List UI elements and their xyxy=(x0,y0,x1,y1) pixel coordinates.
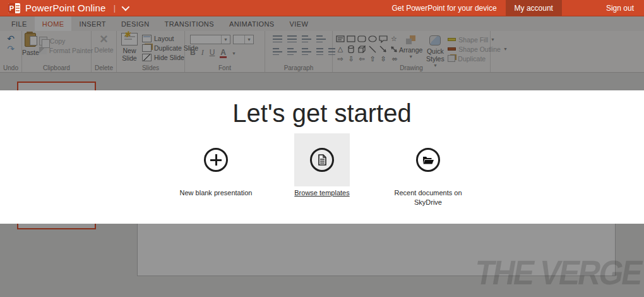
left-arrow-icon[interactable]: ⇦ xyxy=(357,54,367,64)
up-down-arrow-icon[interactable]: ⇳ xyxy=(378,54,388,64)
arrange-icon xyxy=(406,35,415,44)
app-top-bar: P PowerPoint Online | Get PowerPoint for… xyxy=(0,0,644,16)
slide-canvas[interactable] xyxy=(137,224,616,276)
group-drawing: ☆ △ ⇨ ⇩ ⇦ ⇧ ⇳ ⇳ Arrange ▼ xyxy=(333,31,491,72)
align-center-icon[interactable] xyxy=(287,48,297,55)
font-color-button[interactable]: A xyxy=(220,48,226,57)
copy-button[interactable]: Copy xyxy=(39,37,93,45)
option-new-blank-presentation[interactable]: New blank presentation xyxy=(163,133,269,207)
delete-button[interactable]: × Delete xyxy=(92,33,116,54)
paste-clipboard-icon xyxy=(25,33,36,47)
quick-styles-button[interactable]: Quick Styles ▼ xyxy=(422,33,448,68)
template-document-icon xyxy=(310,148,334,172)
cube-icon[interactable] xyxy=(357,44,367,54)
align-left-icon[interactable] xyxy=(273,48,282,55)
ribbon-tab-bar: FILE HOME INSERT DESIGN TRANSITIONS ANIM… xyxy=(0,16,644,31)
new-slide-button[interactable]: ✱ New Slide xyxy=(117,33,142,62)
new-slide-icon: ✱ xyxy=(121,33,138,45)
ribbon-home: ↶ ↷ Undo Paste Copy Format Pai xyxy=(0,31,644,73)
group-label: Clipboard xyxy=(22,64,91,71)
option-browse-templates[interactable]: Browse templates xyxy=(269,133,375,207)
arrow-line-icon[interactable] xyxy=(378,44,388,54)
chevron-down-icon: ▼ xyxy=(408,54,413,59)
duplicate-icon xyxy=(448,55,455,62)
chevron-down-icon: ▼ xyxy=(244,35,253,44)
chevron-down-icon[interactable] xyxy=(122,3,130,11)
chevron-down-icon: ▼ xyxy=(221,35,230,44)
copy-icon xyxy=(39,37,47,45)
delete-x-icon: × xyxy=(100,33,108,45)
group-clipboard: Paste Copy Format Painter Clipboard xyxy=(22,31,92,72)
rectangle-icon[interactable] xyxy=(346,34,356,44)
duplicate-slide-icon xyxy=(142,44,152,52)
star-icon[interactable]: ☆ xyxy=(389,34,399,44)
text-direction-ltr-icon[interactable] xyxy=(316,48,323,55)
tab-file[interactable]: FILE xyxy=(4,16,35,31)
bold-button[interactable]: B xyxy=(190,48,196,57)
group-delete: × Delete Delete xyxy=(92,31,117,72)
double-arrow-line-icon[interactable] xyxy=(389,44,399,54)
ribbon-spacer xyxy=(491,31,644,72)
undo-icon[interactable]: ↶ xyxy=(7,35,15,42)
right-arrow-icon[interactable]: ⇨ xyxy=(335,54,345,64)
rounded-rectangle-icon[interactable] xyxy=(357,34,367,44)
tab-animations[interactable]: ANIMATIONS xyxy=(222,16,282,31)
font-size-select[interactable]: ▼ xyxy=(233,35,254,44)
callout-icon[interactable] xyxy=(378,34,388,44)
open-folder-icon xyxy=(416,148,440,172)
get-powerpoint-link[interactable]: Get PowerPoint for your device xyxy=(383,0,506,16)
text-box-icon[interactable] xyxy=(335,34,345,44)
tab-design[interactable]: DESIGN xyxy=(114,16,157,31)
bullets-icon[interactable] xyxy=(273,35,282,42)
group-undo: ↶ ↷ Undo xyxy=(0,31,22,72)
option-recent-documents-skydrive[interactable]: Recent documents on SkyDrive xyxy=(375,133,481,207)
title-divider: | xyxy=(114,3,116,13)
numbering-icon[interactable] xyxy=(287,35,297,42)
down-arrow-icon[interactable]: ⇩ xyxy=(346,54,356,64)
cylinder-icon[interactable] xyxy=(346,44,356,54)
font-name-select[interactable]: ▼ xyxy=(190,35,230,44)
group-paragraph: Paragraph xyxy=(265,31,333,72)
shape-outline-icon xyxy=(448,47,456,51)
group-label: Font xyxy=(185,64,265,71)
triangle-icon[interactable]: △ xyxy=(335,44,345,54)
group-slides: ✱ New Slide Layout Duplicate Slide xyxy=(117,31,185,72)
group-label: Paragraph xyxy=(265,64,332,71)
underline-button[interactable]: U xyxy=(210,48,215,57)
chevron-down-icon[interactable]: ▼ xyxy=(232,51,236,56)
increase-indent-icon[interactable] xyxy=(316,35,326,42)
decrease-indent-icon[interactable] xyxy=(302,35,311,42)
get-started-title: Let's get started xyxy=(0,90,644,128)
hide-slide-icon xyxy=(142,54,152,61)
app-brand: P PowerPoint Online | xyxy=(0,3,128,13)
group-label: Slides xyxy=(117,64,184,71)
oval-icon[interactable] xyxy=(367,34,378,44)
get-started-panel: Let's get started New blank presentation xyxy=(0,90,644,224)
redo-icon[interactable]: ↷ xyxy=(7,45,15,52)
tab-insert[interactable]: INSERT xyxy=(71,16,114,31)
italic-button[interactable]: I xyxy=(201,48,204,58)
shape-gallery: ☆ △ ⇨ ⇩ ⇦ ⇧ ⇳ ⇳ xyxy=(335,33,399,64)
up-arrow-icon[interactable]: ⇧ xyxy=(367,54,378,64)
tab-view[interactable]: VIEW xyxy=(282,16,316,31)
new-presentation-plus-icon xyxy=(204,148,228,172)
sign-out-link[interactable]: Sign out xyxy=(597,0,644,16)
group-label: Undo xyxy=(0,64,21,71)
left-right-arrow-icon[interactable]: ⇳ xyxy=(390,54,399,64)
powerpoint-logo-icon: P xyxy=(8,3,20,13)
quick-styles-icon xyxy=(429,35,441,45)
group-label: Delete xyxy=(92,64,116,71)
shape-fill-icon xyxy=(448,38,456,41)
browse-templates-highlight xyxy=(294,133,350,186)
app-title: PowerPoint Online xyxy=(25,3,106,13)
align-right-icon[interactable] xyxy=(302,48,311,55)
tab-home[interactable]: HOME xyxy=(35,16,72,31)
arrange-button[interactable]: Arrange ▼ xyxy=(399,33,422,59)
layout-icon xyxy=(142,35,152,42)
line-icon[interactable] xyxy=(367,44,378,54)
tab-transitions[interactable]: TRANSITIONS xyxy=(157,16,222,31)
group-font: ▼ ▼ B I U A ▼ Font xyxy=(185,31,265,72)
group-label: Drawing xyxy=(333,64,490,71)
my-account-button[interactable]: My account xyxy=(506,0,562,16)
paste-button[interactable]: Paste xyxy=(22,33,39,56)
